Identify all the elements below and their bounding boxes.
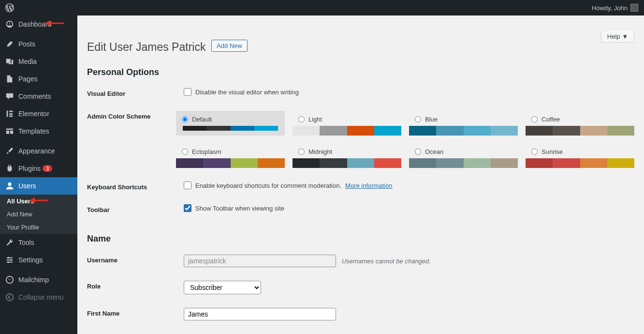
sidebar-item-mailchimp[interactable]: Mailchimp	[0, 271, 77, 288]
color-scheme-radio[interactable]	[415, 149, 421, 155]
color-scheme-option[interactable]: Blue	[409, 111, 518, 136]
submenu-add-new[interactable]: Add New	[0, 208, 77, 221]
row-role: Role Subscriber	[87, 274, 634, 301]
sidebar-item-label: Users	[18, 182, 36, 190]
brush-icon	[5, 146, 15, 156]
settings-icon	[5, 255, 15, 265]
svg-point-14	[8, 261, 10, 263]
row-first-name: First Name	[87, 301, 634, 327]
label-first-name: First Name	[87, 308, 184, 317]
submenu-all-users[interactable]: All Users	[0, 195, 77, 208]
svg-rect-2	[7, 111, 8, 117]
color-scheme-option[interactable]: Midnight	[293, 143, 401, 168]
role-select[interactable]: Subscriber	[184, 281, 261, 294]
row-last-name: Last Name	[87, 327, 634, 334]
sidebar-item-label: Collapse menu	[18, 293, 63, 301]
color-scheme-option[interactable]: Default	[176, 111, 285, 136]
color-scheme-label: Blue	[425, 116, 438, 123]
first-name-input[interactable]	[184, 308, 336, 320]
sidebar-item-label: Settings	[18, 256, 43, 264]
sidebar-item-media[interactable]: Media	[0, 53, 77, 70]
sidebar-item-label: Pages	[18, 75, 38, 83]
color-swatches	[526, 158, 634, 168]
add-new-button[interactable]: Add New	[211, 40, 248, 52]
users-submenu: All Users Add New Your Profile	[0, 195, 77, 234]
color-scheme-label: Sunrise	[542, 148, 563, 155]
wrench-icon	[5, 238, 15, 247]
svg-rect-4	[9, 113, 13, 115]
username-input	[184, 255, 336, 267]
color-schemes-grid: DefaultLightBlueCoffeeEctoplasmMidnightO…	[176, 111, 634, 168]
section-name: Name	[87, 234, 634, 244]
keyboard-checkbox-label: Enable keyboard shortcuts for comment mo…	[195, 182, 341, 189]
submenu-label: All Users	[7, 197, 34, 205]
svg-point-17	[10, 279, 11, 280]
sidebar-item-label: Posts	[18, 40, 35, 48]
svg-point-13	[10, 259, 12, 261]
color-scheme-radio[interactable]	[531, 116, 538, 122]
color-scheme-label: Midnight	[308, 148, 332, 155]
sidebar-item-pages[interactable]: Pages	[0, 70, 77, 88]
color-scheme-label: Default	[192, 116, 212, 123]
label-toolbar: Toolbar	[87, 204, 184, 213]
pin-icon	[5, 39, 15, 49]
toolbar-checkbox[interactable]	[184, 204, 191, 212]
visual-editor-checkbox[interactable]	[184, 88, 191, 96]
admin-sidebar: Dashboard Posts Media Pages Comments Ele…	[0, 15, 77, 334]
sidebar-item-settings[interactable]: Settings	[0, 251, 77, 269]
row-keyboard: Keyboard Shortcuts Enable keyboard short…	[87, 175, 634, 197]
sidebar-item-tools[interactable]: Tools	[0, 234, 77, 251]
color-scheme-radio[interactable]	[298, 149, 305, 155]
username-note: Usernames cannot be changed.	[342, 258, 431, 265]
color-scheme-label: Ectoplasm	[192, 148, 221, 155]
comment-icon	[5, 91, 15, 101]
submenu-your-profile[interactable]: Your Profile	[0, 221, 77, 234]
color-scheme-option[interactable]: Light	[293, 111, 401, 136]
color-swatches	[176, 158, 285, 168]
sidebar-item-label: Appearance	[18, 147, 55, 155]
sidebar-item-label: Dashboard	[18, 20, 52, 28]
sidebar-item-appearance[interactable]: Appearance	[0, 142, 77, 160]
sidebar-item-plugins[interactable]: Plugins 3	[0, 160, 77, 177]
keyboard-checkbox[interactable]	[184, 182, 191, 189]
label-color-scheme: Admin Color Scheme	[87, 111, 176, 120]
svg-point-15	[6, 276, 13, 283]
help-tab[interactable]: Help ▼	[601, 31, 634, 43]
sidebar-item-users[interactable]: Users	[0, 177, 77, 195]
sidebar-item-comments[interactable]: Comments	[0, 88, 77, 105]
color-swatches	[176, 126, 285, 136]
sidebar-item-label: Templates	[18, 127, 49, 135]
submenu-label: Add New	[7, 211, 32, 218]
keyboard-more-link[interactable]: More information	[345, 182, 393, 189]
svg-rect-3	[9, 111, 13, 112]
color-scheme-option[interactable]: Ectoplasm	[176, 143, 285, 168]
row-visual-editor: Visual Editor Disable the visual editor …	[87, 81, 634, 104]
color-scheme-option[interactable]: Coffee	[526, 111, 634, 136]
account-menu[interactable]: Howdy, John	[592, 4, 639, 12]
row-color-scheme: Admin Color Scheme DefaultLightBlueCoffe…	[87, 104, 634, 175]
row-toolbar: Toolbar Show Toolbar when viewing site	[87, 197, 634, 220]
color-scheme-radio[interactable]	[298, 116, 305, 122]
color-scheme-label: Coffee	[542, 116, 560, 123]
sidebar-item-templates[interactable]: Templates	[0, 122, 77, 140]
avatar	[630, 4, 638, 12]
color-swatches	[409, 158, 518, 168]
color-scheme-option[interactable]: Ocean	[409, 143, 518, 168]
label-visual-editor: Visual Editor	[87, 88, 184, 97]
color-scheme-radio[interactable]	[182, 116, 188, 122]
sidebar-item-label: Tools	[18, 239, 34, 246]
sidebar-item-label: Comments	[18, 92, 51, 100]
mailchimp-icon	[5, 275, 15, 285]
color-scheme-option[interactable]: Sunrise	[526, 143, 634, 168]
color-scheme-radio[interactable]	[415, 116, 421, 122]
label-role: Role	[87, 281, 184, 290]
wordpress-logo-icon[interactable]	[5, 3, 15, 13]
svg-rect-5	[9, 116, 13, 117]
user-icon	[5, 181, 15, 191]
color-scheme-radio[interactable]	[182, 149, 188, 155]
color-scheme-radio[interactable]	[531, 149, 538, 155]
sidebar-item-dashboard[interactable]: Dashboard	[0, 15, 77, 33]
sidebar-item-elementor[interactable]: Elementor	[0, 105, 77, 122]
sidebar-item-collapse[interactable]: Collapse menu	[0, 288, 77, 306]
sidebar-item-posts[interactable]: Posts	[0, 35, 77, 53]
